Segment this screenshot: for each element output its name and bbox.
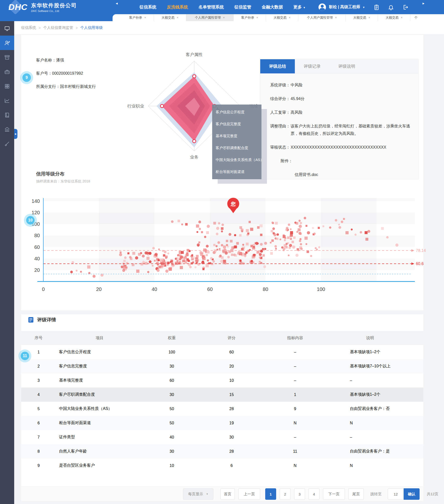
- top-navbar: DHC 东华软件股份公司 DHC Software Co., Ltd. 征信系统…: [0, 0, 444, 14]
- bell-icon[interactable]: [388, 4, 394, 10]
- close-icon[interactable]: ×: [289, 16, 290, 19]
- ref-line-label-0: 78.14: [416, 248, 426, 253]
- nav-item-2[interactable]: 名单管理系统: [198, 4, 224, 10]
- cell-6-1: 柜台等面对面渠道: [56, 420, 143, 426]
- table-row-6[interactable]: 6柜台等面对面渠道5019NN: [21, 416, 423, 430]
- close-icon[interactable]: ×: [223, 16, 225, 19]
- cell-2-2: 30: [143, 364, 200, 369]
- per-page-select[interactable]: 每页显示▼: [183, 488, 213, 500]
- cell-4-5: 基本项缺项1–2个: [327, 392, 423, 397]
- prev-page-button[interactable]: 上一页: [238, 488, 260, 500]
- user-avatar[interactable]: [318, 3, 326, 11]
- cell-2-3: 20: [200, 364, 263, 369]
- page-number-4[interactable]: 4: [309, 488, 319, 500]
- dropdown-item-0[interactable]: 客户信息公开程度: [212, 106, 261, 118]
- open-tab-2[interactable]: 个人用户属性管理×: [186, 14, 234, 21]
- sidebar-item-line-chart[interactable]: [0, 93, 14, 108]
- sidebar-expander[interactable]: ▶: [14, 129, 17, 139]
- cell-8-2: 30: [143, 449, 200, 454]
- x-tick-100: 100: [317, 286, 325, 292]
- tab-scroll-left-button[interactable]: ◀: [114, 1, 119, 6]
- dropdown-item-3[interactable]: 客户尽职调查配合度: [212, 142, 261, 154]
- open-tab-1[interactable]: 大额交易×: [154, 14, 186, 21]
- nav-item-1[interactable]: 反洗钱系统: [167, 4, 188, 10]
- sidebar-item-personal-credit[interactable]: [0, 36, 14, 50]
- panel-tab-2[interactable]: 评级说明: [329, 59, 364, 73]
- nav-item-4[interactable]: 金融大数据: [262, 4, 283, 10]
- x-tick-0: 0: [42, 286, 45, 292]
- dropdown-item-5[interactable]: 柜台等面对面渠道: [212, 166, 261, 178]
- sidebar-item-bank[interactable]: [0, 122, 14, 137]
- radar-vertex-marker-0[interactable]: [193, 75, 196, 78]
- radar-vertex-marker-2[interactable]: [193, 140, 196, 143]
- y-tick-20: 20: [34, 267, 40, 273]
- page-number-3[interactable]: 3: [294, 488, 305, 500]
- dropdown-item-4[interactable]: 中国大陆业务关系性质（AS）: [212, 154, 261, 166]
- radar-vertex-marker-3[interactable]: [160, 105, 164, 108]
- panel-tab-1[interactable]: 评级记录: [295, 59, 329, 73]
- open-tab-8[interactable]: 个: [410, 14, 422, 21]
- open-tab-7[interactable]: 大额交易×: [378, 14, 410, 21]
- cell-9-1: 是否自贸区业务客户: [56, 463, 143, 468]
- breadcrumb-item-0[interactable]: 征信系统: [21, 25, 36, 30]
- tab-scroll-right-button[interactable]: ▶: [421, 1, 426, 6]
- cell-4-0: 4: [21, 392, 56, 397]
- close-icon[interactable]: ×: [335, 16, 337, 19]
- breadcrumb-item-1[interactable]: 个人征信查询监管: [43, 25, 73, 30]
- last-page-button[interactable]: 尾页: [348, 488, 364, 500]
- dropdown-item-1[interactable]: 客户信息完整度: [212, 118, 261, 130]
- logout-icon[interactable]: [402, 4, 408, 10]
- col-header-3: 评分: [200, 336, 263, 341]
- credit-distribution-scatter-chart: 78.1460.620406080100120140020406080100您: [0, 194, 444, 299]
- page-number-1[interactable]: 1: [265, 488, 276, 500]
- table-row-8[interactable]: 8自然人客户年龄302811自由贸易业务客户：是: [21, 444, 423, 458]
- sidebar-item-archive[interactable]: [0, 50, 14, 64]
- open-tab-0[interactable]: 客户补录×: [122, 14, 154, 21]
- table-row-7[interactable]: 7证件类型4030––: [21, 430, 423, 444]
- table-row-9[interactable]: 9是否自贸区业务客户106NN: [21, 458, 423, 473]
- clipboard-icon[interactable]: [374, 4, 380, 10]
- table-row-4[interactable]: 4客户尽职调查配合度30151基本项缺项1–2个: [21, 388, 423, 402]
- cell-7-1: 证件类型: [56, 435, 143, 440]
- open-tab-4[interactable]: 大额交易×: [266, 14, 298, 21]
- total-pages-label: 共12页: [423, 488, 443, 500]
- close-icon[interactable]: ×: [401, 16, 402, 19]
- close-icon[interactable]: ×: [144, 16, 146, 19]
- customer-field-1: 客户号：00020000197992: [36, 71, 96, 76]
- confirm-jump-button[interactable]: 确认: [404, 488, 420, 500]
- sidebar-item-desktop[interactable]: [0, 21, 14, 36]
- cell-9-4: N: [263, 463, 327, 468]
- tab-label: 大额交易: [273, 15, 286, 20]
- table-row-3[interactable]: 3基本项完整度6010––: [21, 373, 423, 388]
- close-icon[interactable]: ×: [256, 16, 258, 19]
- open-tab-3[interactable]: 客户补录×: [234, 14, 266, 21]
- open-tab-5[interactable]: 个人用户属性管理×: [298, 14, 346, 21]
- sidebar-item-briefcase[interactable]: [0, 64, 14, 79]
- cell-1-2: 100: [143, 350, 200, 354]
- sidebar-item-dashboard[interactable]: [0, 79, 14, 93]
- table-row-1[interactable]: 1客户信息公开程度10060–基本项缺项1–2个: [21, 345, 423, 359]
- close-icon[interactable]: ×: [368, 16, 370, 19]
- first-page-button[interactable]: 首页: [220, 488, 235, 500]
- panel-tab-0[interactable]: 评级总结: [260, 59, 295, 73]
- open-tab-6[interactable]: 大额交易×: [346, 14, 378, 21]
- cell-2-4: –: [263, 364, 327, 369]
- sidebar-item-notebook[interactable]: [0, 108, 14, 122]
- jump-to-input[interactable]: 12: [388, 488, 404, 500]
- cell-6-4: N: [263, 421, 327, 425]
- table-row-5[interactable]: 5中国大陆业务关系性质（AS）50289自由贸易业务客户：否: [21, 402, 423, 416]
- nav-item-0[interactable]: 征信系统: [139, 4, 156, 10]
- next-page-button[interactable]: 下一页: [323, 488, 345, 500]
- cell-3-5: –: [327, 378, 423, 383]
- rating-detail-table: 序号项目权重评分指标内容说明1客户信息公开程度10060–基本项缺项1–2个2客…: [21, 331, 423, 473]
- dropdown-item-2[interactable]: 基本项完整度: [212, 130, 261, 142]
- nav-item-5[interactable]: 更多▼: [293, 4, 306, 10]
- attachment-file[interactable]: 信用背书.doc: [270, 171, 411, 178]
- close-icon[interactable]: ×: [177, 16, 178, 19]
- sidebar-item-brush[interactable]: [0, 137, 14, 151]
- nav-item-3[interactable]: 征信监管: [234, 4, 251, 10]
- rating-panel-body: 系统评级：中风险综合评分：45.94分人工复审：高风险调整理由：该客户大街上乱扔…: [260, 73, 418, 178]
- user-name[interactable]: 靳松 | 高级工程师 ▼: [329, 4, 365, 10]
- page-number-2[interactable]: 2: [280, 488, 291, 500]
- table-row-2[interactable]: 2客户信息完整度3020–基本项缺项7–10个以上: [21, 359, 423, 373]
